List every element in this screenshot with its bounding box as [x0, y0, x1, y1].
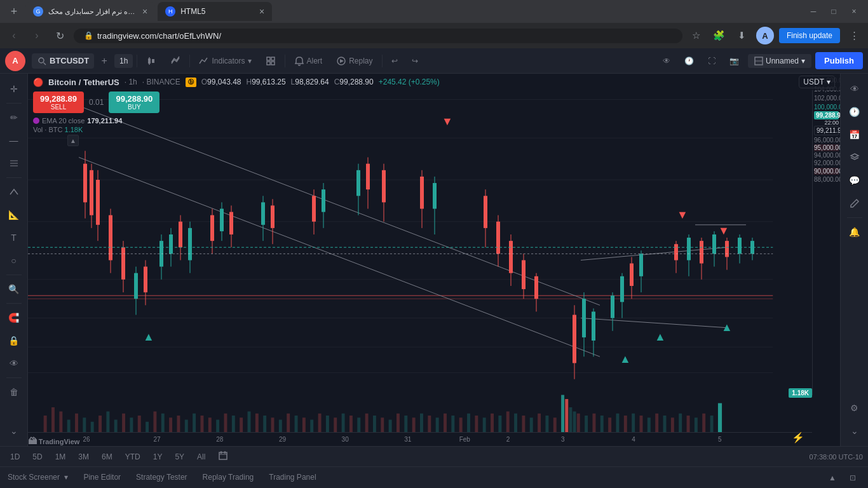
- ema-label: EMA 20 close 179,211.94: [33, 117, 122, 125]
- menu-btn[interactable]: ⋮: [845, 27, 863, 44]
- rp-layers-btn[interactable]: [844, 147, 865, 168]
- hline-tool[interactable]: —: [4, 130, 24, 151]
- rp-comment-btn[interactable]: 💬: [844, 170, 865, 191]
- period-3m[interactable]: 3M: [73, 451, 94, 463]
- usdt-selector[interactable]: USDT▾: [799, 76, 835, 88]
- svg-rect-164: [334, 417, 337, 432]
- forward-btn[interactable]: ›: [28, 27, 46, 44]
- interval-btn[interactable]: 1h: [114, 54, 133, 68]
- draw-tool[interactable]: ✏: [4, 107, 24, 128]
- ext-btn[interactable]: 🧩: [710, 27, 728, 44]
- templates-btn[interactable]: [261, 53, 281, 69]
- screenshot-btn[interactable]: 📷: [724, 54, 744, 68]
- minimize-btn[interactable]: ─: [804, 3, 822, 20]
- period-5d[interactable]: 5D: [27, 451, 47, 463]
- watch-btn[interactable]: 👁: [658, 54, 675, 68]
- symbol-text: BTCUSDT: [50, 56, 89, 65]
- period-1m[interactable]: 1M: [50, 451, 71, 463]
- zoom-in-tool[interactable]: 🔍: [4, 279, 24, 299]
- refresh-btn[interactable]: ↻: [51, 27, 69, 44]
- period-custom[interactable]: [213, 449, 233, 464]
- ohlc-open: O99,043.48: [201, 78, 241, 86]
- time-axis: 26 27 28 29 30 31 Feb 2 3 4 5 🏔 TradingV…: [28, 432, 812, 446]
- magnet-tool[interactable]: 🧲: [4, 308, 24, 328]
- tab-new-btn[interactable]: +: [5, 3, 23, 20]
- download-btn[interactable]: ⬇: [733, 27, 751, 44]
- lock-tool[interactable]: 🔒: [4, 330, 24, 351]
- svg-rect-45: [134, 273, 138, 299]
- back-btn[interactable]: ‹: [5, 27, 23, 44]
- trash-tool[interactable]: 🗑: [4, 382, 24, 402]
- tab-2-close[interactable]: ×: [259, 6, 264, 17]
- pattern-tool[interactable]: [4, 182, 24, 202]
- replay-btn[interactable]: Replay: [331, 53, 377, 69]
- ask-box[interactable]: 99,288.90 BUY: [109, 92, 159, 113]
- symbol-display[interactable]: BTCUSDT: [32, 53, 94, 69]
- chart-type-btn[interactable]: [141, 53, 161, 69]
- star-btn[interactable]: ☆: [688, 27, 705, 44]
- period-1d[interactable]: 1D: [5, 451, 25, 463]
- notification-area[interactable]: A: [5, 51, 25, 71]
- screener-dropdown[interactable]: ▾: [64, 473, 68, 482]
- svg-rect-166: [349, 416, 353, 432]
- redo-btn[interactable]: ↪: [407, 54, 423, 68]
- period-6m[interactable]: 6M: [97, 451, 118, 463]
- profile-avatar[interactable]: A: [756, 27, 774, 44]
- compare-btn[interactable]: [165, 53, 186, 69]
- address-bar[interactable]: 🔒 tradingview.com/chart/oEfLvhWN/: [74, 29, 682, 43]
- period-5y[interactable]: 5Y: [170, 451, 189, 463]
- period-1y[interactable]: 1Y: [148, 451, 168, 463]
- profile-btn[interactable]: A: [5, 51, 25, 71]
- add-symbol-btn[interactable]: +: [98, 55, 111, 67]
- period-ytd[interactable]: YTD: [120, 451, 146, 463]
- tab-2[interactable]: H HTML5 ×: [158, 2, 272, 21]
- panel-strategy-tester[interactable]: Strategy Tester: [136, 469, 187, 487]
- eye-tool[interactable]: 👁: [4, 353, 24, 374]
- panel-pine-editor[interactable]: Pine Editor: [83, 469, 121, 487]
- undo-btn[interactable]: ↩: [386, 54, 403, 68]
- period-all[interactable]: All: [192, 451, 210, 463]
- svg-rect-197: [577, 414, 580, 432]
- vol-collapse-btn[interactable]: ▲: [67, 135, 79, 146]
- maximize-btn[interactable]: □: [825, 3, 843, 20]
- fib-tool[interactable]: [4, 153, 24, 173]
- finish-update-button[interactable]: Finish update: [779, 28, 840, 43]
- rp-expand-btn[interactable]: ⌄: [844, 421, 865, 441]
- rp-alert-btn[interactable]: 🔔: [844, 222, 865, 242]
- cursor-tool[interactable]: ✛: [4, 79, 24, 99]
- panel-up-btn[interactable]: ▲: [825, 470, 840, 485]
- svg-rect-190: [538, 414, 541, 432]
- rp-clock-btn[interactable]: 🕐: [844, 102, 865, 122]
- svg-rect-53: [179, 222, 182, 247]
- circle-tool[interactable]: ○: [4, 250, 24, 271]
- rp-watch-btn[interactable]: 👁: [844, 79, 865, 99]
- measure-tool[interactable]: 📐: [4, 205, 24, 225]
- panel-replay-trading[interactable]: Replay Trading: [203, 469, 254, 487]
- panel-restore-btn[interactable]: ⊡: [845, 470, 860, 485]
- svg-rect-216: [219, 452, 227, 459]
- text-tool[interactable]: T: [4, 227, 24, 248]
- close-btn[interactable]: ×: [845, 3, 863, 20]
- rp-settings-btn[interactable]: ⚙: [844, 398, 865, 418]
- tab-1-close[interactable]: ×: [142, 6, 147, 17]
- svg-rect-127: [44, 416, 47, 432]
- publish-button[interactable]: Publish: [815, 52, 863, 69]
- unnamed-btn[interactable]: Unnamed ▾: [748, 54, 811, 68]
- rp-pen-btn[interactable]: [844, 193, 865, 214]
- layout-icon: [754, 57, 763, 65]
- fullscreen-btn[interactable]: ⛶: [703, 54, 721, 68]
- indicators-btn[interactable]: Indicators ▾: [194, 53, 256, 69]
- alert-btn[interactable]: Alert: [289, 53, 328, 69]
- svg-rect-103: [639, 254, 643, 276]
- clock-btn[interactable]: 🕐: [679, 54, 699, 68]
- svg-rect-95: [592, 311, 595, 341]
- rp-calendar-btn[interactable]: 📅: [844, 125, 865, 145]
- panel-trading-panel[interactable]: Trading Panel: [269, 469, 316, 487]
- bid-box[interactable]: 99,288.89 SELL: [33, 92, 84, 113]
- ask-label: BUY: [114, 104, 154, 111]
- panel-stock-screener[interactable]: Stock Screener ▾: [8, 469, 68, 487]
- lt-expand[interactable]: ⌄: [4, 421, 24, 441]
- svg-rect-169: [373, 416, 376, 432]
- svg-rect-101: [630, 264, 634, 286]
- tab-1[interactable]: G گروه نرم افزار حسابداری محک ×: [25, 2, 155, 21]
